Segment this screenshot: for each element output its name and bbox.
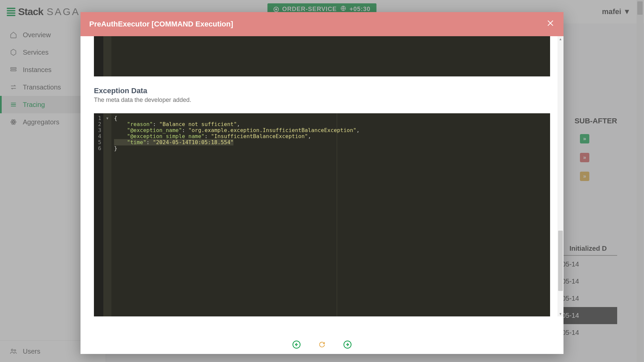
sidebar-item-label: Aggregators <box>23 118 59 126</box>
sidebar-item-label: Instances <box>23 66 52 74</box>
code-token-key: "@exception_name" <box>127 127 182 133</box>
executor-modal: PreAuthExecutor [COMMAND Execution] Exce… <box>80 12 564 354</box>
code-token-string: "Balance not sufficient" <box>159 121 237 127</box>
code-token-key: "time" <box>127 139 147 145</box>
logo-icon <box>7 8 15 16</box>
scrollbar-thumb[interactable] <box>558 231 563 291</box>
page-scrollbar[interactable] <box>637 0 643 362</box>
code-token-string: "InsufficientBalanceException" <box>211 133 308 139</box>
service-name: ORDER-SERVICE <box>282 6 337 13</box>
section-subtitle: The meta data the developer added. <box>94 97 550 104</box>
sidebar-item-label: Tracing <box>23 101 45 109</box>
status-chevron-green[interactable]: » <box>580 134 589 143</box>
scrollbar-thumb[interactable] <box>637 1 643 15</box>
editor-fold-gutter: ▾ <box>103 113 111 316</box>
close-button[interactable] <box>546 19 555 29</box>
svg-rect-1 <box>11 68 16 69</box>
sidebar-item-label: Services <box>23 49 49 56</box>
next-button[interactable] <box>343 340 352 349</box>
svg-point-7 <box>11 349 13 351</box>
swap-icon <box>9 83 17 91</box>
app-logo[interactable]: Stack SAGA <box>0 6 80 17</box>
modal-title: PreAuthExecutor [COMMAND Execution] <box>89 20 233 28</box>
code-token-string: "2024-05-14T10:05:18.554" <box>153 139 234 145</box>
modal-body: Exception Data The meta data the develop… <box>80 36 564 335</box>
svg-rect-2 <box>11 70 16 71</box>
hex-icon <box>9 48 17 56</box>
section-title-exception-data: Exception Data <box>94 86 550 95</box>
svg-point-6 <box>11 119 16 125</box>
status-chevron-yellow[interactable]: » <box>580 172 589 181</box>
sidebar-item-label: Transactions <box>23 83 61 91</box>
svg-point-8 <box>14 350 16 351</box>
target-icon <box>273 7 279 12</box>
fold-toggle-icon[interactable]: ▾ <box>103 115 111 121</box>
menu-icon <box>9 101 17 109</box>
code-token-string: "org.example.exception.InsufficientBalan… <box>189 127 357 133</box>
svg-point-3 <box>13 121 14 123</box>
chevron-down-icon: ▼ <box>623 7 631 16</box>
previous-editor-block <box>94 36 550 76</box>
table-header-date: Initialized D <box>570 245 607 252</box>
scroll-down-icon[interactable]: ▼ <box>557 311 564 316</box>
scroll-up-icon[interactable]: ▲ <box>557 36 564 42</box>
code-line: { <box>114 115 117 121</box>
svg-point-0 <box>341 6 345 11</box>
atom-icon <box>9 118 17 126</box>
users-icon <box>9 347 17 355</box>
svg-point-5 <box>11 119 16 125</box>
code-line: } <box>114 145 117 152</box>
column-header-sub-after: SUB-AFTER <box>575 117 617 125</box>
user-name: mafei <box>602 7 621 16</box>
status-chevron-red[interactable]: » <box>580 153 589 162</box>
logo-text-bold: Stack <box>18 6 43 17</box>
editor-gutter: 1 2 3 4 5 6 <box>94 113 103 316</box>
home-icon <box>9 31 17 39</box>
editor-code[interactable]: { "reason": "Balance not sufficient", "@… <box>111 113 550 316</box>
code-token-key: "@exception_simple_name" <box>127 133 205 139</box>
sidebar-footer-label: Users <box>23 348 40 355</box>
code-token-key: "reason" <box>127 121 153 127</box>
logo-text-light: SAGA <box>47 6 80 17</box>
editor-split-line <box>337 113 337 316</box>
modal-footer <box>80 335 564 354</box>
refresh-button[interactable] <box>317 340 327 349</box>
modal-header: PreAuthExecutor [COMMAND Execution] <box>80 12 564 36</box>
stack-icon <box>9 66 17 74</box>
user-menu[interactable]: mafei ▼ <box>602 7 631 16</box>
modal-scrollbar[interactable]: ▲ ▼ <box>557 36 564 316</box>
sidebar-item-label: Overview <box>23 31 51 39</box>
svg-point-4 <box>11 121 16 123</box>
previous-button[interactable] <box>292 340 301 349</box>
json-editor[interactable]: 1 2 3 4 5 6 ▾ { "reason": "Balance not s… <box>94 113 550 316</box>
timezone-label: +05:30 <box>350 6 371 13</box>
